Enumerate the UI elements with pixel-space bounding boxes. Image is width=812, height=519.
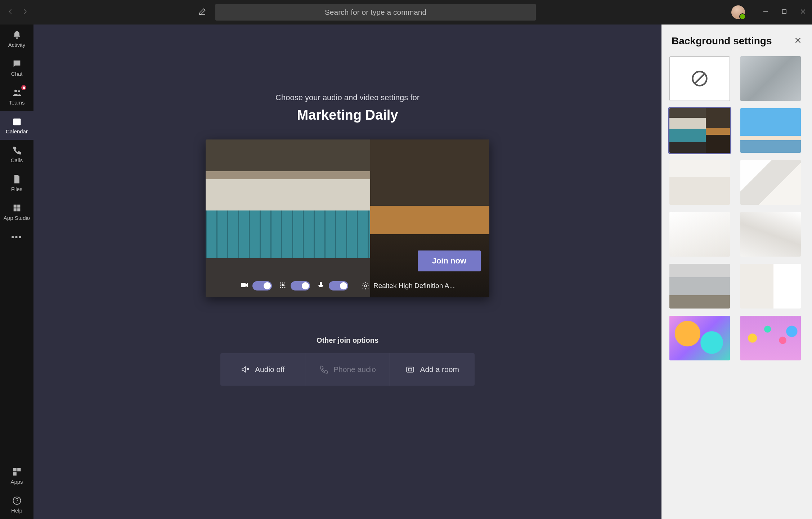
sidebar-item-label: Chat [11,71,23,77]
svg-rect-1 [782,10,786,14]
sidebar-item-label: Activity [8,42,26,48]
app-studio-icon [12,203,22,213]
svg-point-26 [364,285,367,287]
room-icon [405,365,415,374]
sidebar-more-icon[interactable]: ••• [0,226,33,248]
avatar[interactable] [731,5,745,19]
sidebar-item-label: App Studio [4,215,30,221]
bg-tile-balloons-a[interactable] [669,316,730,360]
bg-tile-room-d[interactable] [740,212,801,257]
preview-controls: Realtek High Definition A... [206,281,489,291]
sidebar-item-app-studio[interactable]: App Studio [0,198,33,226]
window-close-icon[interactable] [800,8,806,16]
sidebar-item-label: Teams [9,99,24,106]
svg-rect-9 [13,208,16,211]
video-preview: Join now Realtek High Definition A... [206,139,489,297]
apps-icon [12,467,22,477]
bg-tile-room-c[interactable] [669,212,730,257]
prejoin-subtitle: Choose your audio and video settings for [275,93,420,102]
sidebar-item-activity[interactable]: Activity [0,25,33,53]
svg-point-17 [282,283,283,284]
title-bar: Search for or type a command [0,0,812,25]
window-maximize-icon[interactable] [781,8,788,16]
svg-point-21 [280,287,281,288]
svg-rect-29 [407,367,414,372]
prejoin-main: Choose your audio and video settings for… [33,25,661,519]
file-icon [12,174,22,184]
svg-rect-11 [13,468,16,471]
svg-rect-30 [409,368,412,371]
sidebar-item-label: Apps [10,479,23,485]
badge-icon [21,84,27,91]
background-fx-icon [278,281,287,291]
sidebar-item-apps[interactable]: Apps [0,461,33,490]
bg-tile-loft[interactable] [669,264,730,309]
option-label: Audio off [255,365,285,374]
sidebar-item-label: Files [11,186,23,192]
check-icon [719,111,727,120]
sidebar-item-chat[interactable]: Chat [0,53,33,82]
svg-point-23 [284,287,285,288]
svg-point-19 [280,285,281,286]
bg-tile-none[interactable] [669,56,730,101]
video-preview-image [206,139,489,297]
sidebar-item-help[interactable]: Help [0,490,33,519]
svg-point-22 [282,287,283,288]
other-options-row: Audio off Phone audio Add a room [220,353,475,386]
panel-title: Background settings [672,35,772,47]
bg-tile-blur[interactable] [740,56,801,101]
forward-button[interactable] [22,8,28,16]
other-options-title: Other join options [33,336,661,345]
svg-rect-13 [13,472,16,475]
help-icon [12,496,22,506]
camera-toggle[interactable] [252,281,272,290]
svg-point-16 [280,283,281,284]
svg-rect-8 [17,205,20,208]
svg-rect-6 [13,119,21,125]
none-icon [690,69,709,88]
bg-tile-room-a[interactable] [669,160,730,205]
calendar-icon [12,116,22,127]
svg-line-34 [695,74,704,83]
sidebar-item-teams[interactable]: Teams [0,82,33,111]
sidebar-item-label: Calls [11,157,23,163]
background-settings-panel: Background settings [661,25,812,519]
search-input[interactable]: Search for or type a command [215,4,536,21]
bg-tile-room-e[interactable] [740,264,801,309]
bg-tile-room-b[interactable] [740,160,801,205]
join-now-button[interactable]: Join now [418,250,481,271]
window-minimize-icon[interactable] [762,8,769,16]
gear-icon [361,281,370,290]
background-toggle[interactable] [291,281,310,290]
option-label: Add a room [420,365,459,374]
close-icon[interactable] [794,36,802,46]
svg-point-4 [14,90,17,92]
audio-device-label: Realtek High Definition A... [373,282,455,290]
svg-point-15 [16,502,17,503]
bg-tile-beach[interactable] [740,108,801,153]
option-label: Phone audio [333,365,376,374]
phone-icon [12,145,22,155]
chat-icon [12,59,22,69]
sidebar-item-calendar[interactable]: Calendar [0,111,33,140]
meeting-title: Marketing Daily [275,107,420,123]
compose-icon[interactable] [198,7,207,17]
bg-tile-balloons-b[interactable] [740,316,801,360]
bg-tile-lockers[interactable] [669,108,730,153]
svg-rect-7 [13,205,16,208]
sidebar-item-files[interactable]: Files [0,169,33,198]
mic-toggle[interactable] [329,281,348,290]
camera-icon [240,281,249,291]
phone-icon [319,365,328,374]
people-icon [12,88,22,98]
option-audio-off[interactable]: Audio off [220,353,305,386]
sidebar-item-label: Help [11,507,22,514]
audio-device-selector[interactable]: Realtek High Definition A... [361,281,455,290]
back-button[interactable] [7,8,14,16]
option-phone-audio[interactable]: Phone audio [305,353,390,386]
background-grid [661,56,812,360]
option-add-room[interactable]: Add a room [390,353,475,386]
svg-point-5 [18,90,20,93]
svg-point-20 [284,285,285,286]
sidebar-item-calls[interactable]: Calls [0,140,33,169]
